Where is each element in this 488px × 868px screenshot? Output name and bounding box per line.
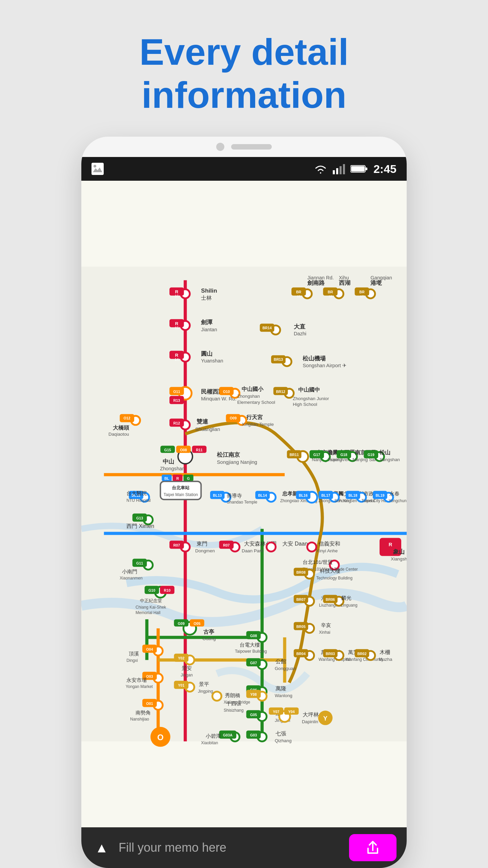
svg-text:Linguang: Linguang — [341, 603, 357, 608]
svg-text:Memorial Hall: Memorial Hall — [136, 610, 160, 615]
svg-text:G17: G17 — [313, 453, 320, 457]
svg-text:O05: O05 — [194, 622, 200, 626]
svg-text:Xinhai: Xinhai — [319, 630, 330, 635]
svg-text:Nanshijiao: Nanshijiao — [130, 717, 149, 722]
svg-text:BR11: BR11 — [289, 453, 299, 457]
svg-text:Dapinlin: Dapinlin — [302, 719, 318, 724]
svg-rect-2 — [333, 170, 335, 174]
svg-text:小碧潭: 小碧潭 — [206, 733, 221, 739]
svg-text:R07: R07 — [223, 543, 230, 547]
svg-text:大直: 大直 — [293, 323, 306, 330]
svg-text:Dongmen: Dongmen — [195, 548, 215, 553]
svg-text:台大醫院: 台大醫院 — [126, 491, 147, 496]
phone-frame: 2:45 — [81, 137, 407, 868]
svg-text:秀朗橋: 秀朗橋 — [225, 693, 240, 698]
svg-text:15: 15 — [175, 326, 179, 330]
svg-text:Shilin: Shilin — [201, 287, 217, 294]
svg-text:Yongchun: Yongchun — [389, 498, 407, 503]
svg-text:Xihu: Xihu — [339, 275, 349, 280]
svg-text:BR: BR — [328, 290, 333, 294]
svg-text:O03: O03 — [146, 674, 153, 678]
svg-text:O08: O08 — [180, 448, 187, 452]
svg-text:Xinyi Anhe: Xinyi Anhe — [316, 548, 338, 553]
svg-text:R: R — [175, 289, 179, 294]
svg-point-190 — [307, 542, 317, 552]
svg-text:O09: O09 — [230, 416, 237, 420]
bottom-bar: ▲ Fill your memo here — [81, 827, 407, 868]
svg-text:劍潭: 劍潭 — [201, 319, 213, 326]
svg-text:G08: G08 — [250, 634, 257, 638]
svg-text:16: 16 — [328, 295, 332, 298]
svg-text:大橋頭: 大橋頭 — [113, 425, 129, 431]
svg-text:Dingxi: Dingxi — [126, 658, 138, 663]
svg-text:High School: High School — [293, 402, 317, 407]
map-container[interactable]: R 16 Shilin 士林 R 15 劍潭 Jiantan BR 15 劍南路… — [81, 181, 407, 827]
svg-text:R11: R11 — [196, 448, 203, 452]
svg-text:Daqiaotou: Daqiaotou — [108, 432, 129, 437]
svg-text:G07: G07 — [250, 661, 257, 665]
svg-text:松江南京: 松江南京 — [217, 451, 240, 458]
svg-text:大坪林: 大坪林 — [303, 712, 319, 717]
svg-text:士林: 士林 — [201, 295, 212, 301]
svg-text:頂溪: 頂溪 — [129, 651, 139, 656]
svg-text:14: 14 — [175, 357, 179, 361]
photo-icon — [92, 163, 104, 175]
svg-text:BR13: BR13 — [274, 357, 283, 361]
svg-text:O: O — [157, 733, 164, 742]
svg-text:O11: O11 — [173, 390, 180, 394]
svg-text:BL: BL — [164, 476, 169, 480]
svg-text:大安 Daan: 大安 Daan — [282, 541, 308, 547]
svg-text:G03A: G03A — [223, 733, 232, 737]
svg-text:G03: G03 — [250, 733, 257, 737]
svg-text:西門 Ximen: 西門 Ximen — [126, 523, 154, 529]
svg-text:麟光: 麟光 — [341, 595, 351, 601]
memo-text[interactable]: Fill your memo here — [119, 841, 342, 855]
svg-text:Zhongshan Junior: Zhongshan Junior — [293, 396, 329, 401]
svg-text:R07: R07 — [174, 543, 180, 547]
svg-text:BR06: BR06 — [326, 597, 335, 601]
svg-text:Daan Park: Daan Park — [242, 548, 263, 553]
svg-text:台北101/世貿: 台北101/世貿 — [303, 559, 333, 565]
svg-text:松山: 松山 — [379, 450, 390, 455]
chevron-up-icon[interactable]: ▲ — [92, 840, 112, 855]
svg-rect-0 — [92, 163, 104, 175]
share-icon — [365, 840, 381, 856]
svg-text:Y: Y — [323, 715, 328, 722]
svg-text:BR: BR — [296, 290, 302, 294]
svg-text:Songjiang Nanjing: Songjiang Nanjing — [217, 459, 257, 465]
wifi-icon — [314, 163, 327, 174]
svg-text:BR07: BR07 — [296, 597, 305, 601]
svg-text:Taipei Main Station: Taipei Main Station — [164, 492, 198, 497]
svg-point-1 — [94, 165, 96, 167]
svg-text:R: R — [175, 353, 179, 358]
svg-text:Yongan Market: Yongan Market — [126, 684, 153, 689]
svg-text:R: R — [389, 542, 392, 547]
svg-text:BL18: BL18 — [348, 493, 357, 497]
svg-text:Y04: Y04 — [288, 710, 295, 714]
svg-text:Y02: Y02 — [178, 656, 184, 660]
svg-rect-7 — [365, 167, 367, 170]
svg-point-300 — [212, 692, 222, 701]
svg-text:辛亥: 辛亥 — [321, 623, 331, 628]
status-right: 2:45 — [314, 162, 396, 176]
svg-text:R12: R12 — [174, 421, 180, 425]
svg-text:Y01: Y01 — [178, 683, 184, 687]
svg-point-188 — [267, 542, 276, 552]
svg-text:G13: G13 — [136, 516, 143, 520]
svg-text:Xiangshan: Xiangshan — [391, 556, 407, 561]
svg-text:16: 16 — [175, 294, 179, 298]
svg-text:G15: G15 — [164, 448, 171, 452]
svg-text:Songshan Airport ✈: Songshan Airport ✈ — [303, 363, 347, 368]
svg-text:南勢角: 南勢角 — [136, 710, 151, 715]
svg-text:Jingping: Jingping — [198, 689, 213, 694]
svg-text:小南門: 小南門 — [122, 569, 137, 574]
svg-text:信義安和: 信義安和 — [319, 541, 340, 547]
svg-text:Xiaonanmen: Xiaonanmen — [120, 576, 142, 580]
svg-text:BR02: BR02 — [357, 652, 366, 656]
mrt-map-svg: R 16 Shilin 士林 R 15 劍潭 Jiantan BR 15 劍南路… — [81, 181, 407, 827]
svg-text:BL19: BL19 — [375, 493, 384, 497]
svg-text:O04: O04 — [146, 647, 153, 651]
svg-text:中山國小: 中山國小 — [242, 386, 264, 392]
share-button[interactable] — [349, 834, 396, 861]
svg-text:R10: R10 — [164, 588, 171, 592]
